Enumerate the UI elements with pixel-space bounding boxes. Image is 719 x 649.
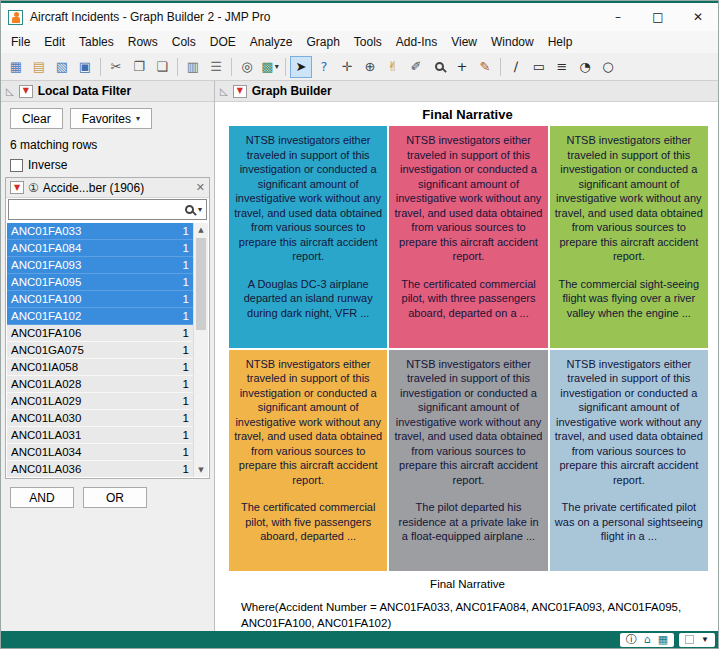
column-switcher-icon[interactable]: ▩▾ — [259, 56, 281, 78]
filter-item-label: ANC01FA102 — [11, 310, 183, 322]
jmp-window: Aircraft Incidents - Graph Builder 2 - J… — [0, 0, 719, 649]
and-button[interactable]: AND — [10, 487, 74, 508]
narrative-cell[interactable]: NTSB investigators either traveled in su… — [389, 350, 547, 572]
menu-item-view[interactable]: View — [444, 32, 484, 52]
annotate-tool-icon[interactable]: ✎ — [474, 56, 496, 78]
data-table-icon[interactable]: ▦ — [658, 634, 668, 645]
collapse-icon[interactable]: ◺ — [220, 86, 228, 97]
menu-item-window[interactable]: Window — [484, 32, 541, 52]
line-tool-icon[interactable]: ∕ — [505, 56, 527, 78]
cut-icon[interactable]: ✂ — [105, 56, 127, 78]
menu-item-doe[interactable]: DOE — [203, 32, 243, 52]
toolbar-glyph: ❐ — [133, 60, 145, 73]
filter-list-item[interactable]: ANC01LA0281 — [7, 376, 193, 393]
save-icon[interactable]: ▣ — [74, 56, 96, 78]
narrative-cell[interactable]: NTSB investigators either traveled in su… — [229, 126, 387, 348]
info-icon[interactable]: ⓘ — [626, 634, 637, 645]
menu-item-cols[interactable]: Cols — [165, 32, 203, 52]
filter-list-item[interactable]: ANC01GA0751 — [7, 342, 193, 359]
filter-item-label: ANC01FA100 — [11, 293, 183, 305]
menu-item-analyze[interactable]: Analyze — [243, 32, 300, 52]
menu-item-tools[interactable]: Tools — [347, 32, 389, 52]
search-options-chevron-icon[interactable]: ▾ — [198, 205, 202, 214]
inverse-checkbox[interactable] — [10, 159, 23, 172]
script-icon[interactable]: ▥ — [182, 56, 204, 78]
crosshair-tool-icon[interactable]: + — [451, 56, 473, 78]
grabber-tool-icon[interactable]: ✛ — [336, 56, 358, 78]
filter-list-item[interactable]: ANC01IA0581 — [7, 359, 193, 376]
narrative-cell[interactable]: NTSB investigators either traveled in su… — [550, 350, 708, 572]
column-search-input[interactable] — [13, 203, 181, 217]
brush-tool-icon[interactable]: ⊕ — [359, 56, 381, 78]
close-icon[interactable]: ✕ — [196, 181, 205, 194]
window-title: Aircraft Incidents - Graph Builder 2 - J… — [30, 10, 271, 24]
filter-list-item[interactable]: ANC01LA0291 — [7, 393, 193, 410]
database-icon[interactable]: ▧ — [51, 56, 73, 78]
pie-tool-icon[interactable]: ◔ — [574, 56, 596, 78]
filter-list-item[interactable]: ANC01LA0301 — [7, 410, 193, 427]
red-triangle-menu-button[interactable]: ▼ — [233, 85, 247, 98]
narrative-paragraph: The private certificated pilot was on a … — [555, 500, 703, 544]
search-icon[interactable] — [185, 205, 194, 214]
scroll-up-icon[interactable]: ▲ — [194, 223, 208, 237]
menu-item-graph[interactable]: Graph — [299, 32, 346, 52]
scroll-down-icon[interactable]: ▼ — [194, 463, 208, 477]
status-box-icon — [685, 635, 694, 644]
maximize-button[interactable]: □ — [638, 3, 678, 31]
menu-item-edit[interactable]: Edit — [37, 32, 72, 52]
filter-list-item[interactable]: ANC01LA0311 — [7, 427, 193, 444]
menu-item-tables[interactable]: Tables — [72, 32, 121, 52]
magnifier-tool-icon[interactable] — [428, 56, 450, 78]
paste-icon[interactable]: ❏ — [151, 56, 173, 78]
help-tool-icon[interactable]: ? — [313, 56, 335, 78]
red-triangle-icon: ▼ — [14, 184, 20, 192]
lasso-tool-icon[interactable]: ✐ — [405, 56, 427, 78]
find-icon[interactable]: ◎ — [236, 56, 258, 78]
filter-list-item[interactable]: ANC01FA1021 — [7, 308, 193, 325]
open-icon[interactable]: ▤ — [28, 56, 50, 78]
red-triangle-menu-button[interactable]: ▼ — [19, 85, 33, 98]
filter-list-item[interactable]: ANC01FA0331 — [7, 223, 193, 240]
filter-list-item[interactable]: ANC01FA0951 — [7, 274, 193, 291]
filter-list-item[interactable]: ANC01LA0341 — [7, 444, 193, 461]
menu-item-file[interactable]: File — [4, 32, 37, 52]
arrow-tool-icon[interactable]: ➤ — [290, 56, 312, 78]
narrative-cell[interactable]: NTSB investigators either traveled in su… — [229, 350, 387, 572]
oval-tool-icon[interactable]: ○ — [597, 56, 619, 78]
scrollbar-thumb[interactable] — [196, 238, 206, 330]
filter-list-item[interactable]: ANC01LA0361 — [7, 461, 193, 477]
home-icon[interactable]: ⌂ — [644, 634, 651, 645]
magnifier-glyph — [435, 62, 444, 71]
hand-tool-icon[interactable]: ✌ — [382, 56, 404, 78]
close-button[interactable]: ✕ — [678, 3, 718, 31]
narrative-cell[interactable]: NTSB investigators either traveled in su… — [550, 126, 708, 348]
menu-item-rows[interactable]: Rows — [121, 32, 165, 52]
local-data-filter-header: ◺ ▼ Local Data Filter — [1, 81, 214, 102]
copy-icon[interactable]: ❐ — [128, 56, 150, 78]
new-data-table-icon[interactable]: ▦ — [5, 56, 27, 78]
collapse-icon[interactable]: ◺ — [6, 86, 14, 97]
journal-icon[interactable]: ☰ — [205, 56, 227, 78]
filter-item-label: ANC01LA028 — [11, 378, 183, 390]
status-dropdown[interactable]: ▼ — [679, 633, 715, 647]
filter-list-item[interactable]: ANC01FA1061 — [7, 325, 193, 342]
toolbar-glyph: ✛ — [342, 60, 353, 73]
narrative-cell[interactable]: NTSB investigators either traveled in su… — [389, 126, 547, 348]
clear-button[interactable]: Clear — [10, 108, 63, 129]
filter-item-label: ANC01LA031 — [11, 429, 183, 441]
filter-list-item[interactable]: ANC01FA0931 — [7, 257, 193, 274]
filter-list-scrollbar[interactable]: ▲ ▼ — [193, 223, 208, 477]
menu-item-add-ins[interactable]: Add-Ins — [389, 32, 444, 52]
red-triangle-menu-button[interactable]: ▼ — [10, 181, 24, 194]
chart-title: Final Narrative — [215, 107, 719, 122]
or-button[interactable]: OR — [83, 487, 147, 508]
list-tool-icon[interactable]: ≡ — [551, 56, 573, 78]
menu-item-help[interactable]: Help — [541, 32, 580, 52]
favorites-button[interactable]: Favorites ▾ — [70, 108, 152, 129]
filter-list-item[interactable]: ANC01FA1001 — [7, 291, 193, 308]
shape-tool-icon[interactable]: ▭ — [528, 56, 550, 78]
minimize-button[interactable]: – — [598, 3, 638, 31]
filter-item-label: ANC01LA036 — [11, 463, 183, 475]
toolbar-glyph: ◎ — [241, 60, 252, 73]
filter-list-item[interactable]: ANC01FA0841 — [7, 240, 193, 257]
